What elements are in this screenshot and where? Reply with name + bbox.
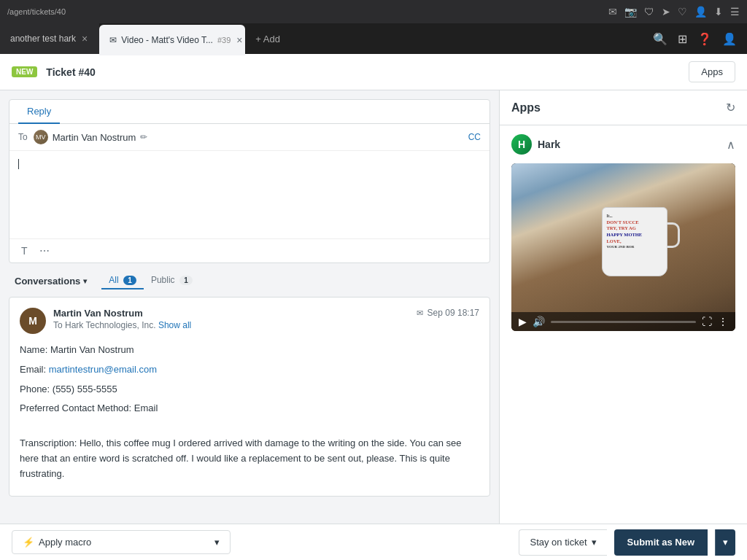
recipient-avatar: MV [34,130,48,144]
apps-panel-title: Apps [511,101,541,114]
refresh-apps-button[interactable]: ↻ [726,101,735,114]
thread-body: Name: Martin Van Nostrum Email: martinte… [20,343,479,481]
bottom-bar: ⚡ Apply macro ▾ Stay on ticket ▾ Submit … [0,524,747,560]
avatar-image: MV [34,130,48,144]
conversations-header: Conversations ▾ All 1 Public 1 [9,272,490,289]
text-cursor [18,159,19,169]
recipient: MV Martin Van Nostrum ✏ [34,130,468,144]
thread-timestamp-row: ✉ Sep 09 18:17 [417,308,479,318]
email-tab-icon: ✉ [109,35,117,45]
tab-right-icons: 🔍 ⊞ ❓ 👤 [643,32,747,46]
recipient-name: Martin Van Nostrum [53,132,136,143]
submit-as-new-button[interactable]: Submit as New [614,529,708,556]
close-tab-1-button[interactable]: × [80,33,89,44]
to-row: To MV Martin Van Nostrum ✏ CC [9,124,489,151]
cc-button[interactable]: CC [468,132,481,142]
conversations-section: Conversations ▾ All 1 Public 1 M [0,263,499,524]
tab-another-test-hark[interactable]: another test hark × [0,23,99,54]
reply-tabs: Reply [9,100,489,124]
tab-video-matt[interactable]: ✉ Video - Matt's Video T... #39 × [99,25,245,55]
macro-chevron-icon: ▾ [214,537,220,548]
mail-browser-icon[interactable]: ✉ [608,6,617,18]
stay-on-ticket-label: Stay on ticket [530,537,587,548]
browser-url: /agent/tickets/40 [7,7,603,16]
filter-tab-public[interactable]: Public 1 [144,272,200,289]
new-badge: NEW [12,66,37,77]
shield-browser-icon[interactable]: 🛡 [644,6,654,18]
volume-button[interactable]: 🔊 [533,316,545,327]
apply-macro-button[interactable]: ⚡ Apply macro ▾ [12,530,231,554]
video-progress-bar[interactable] [551,321,696,323]
user-browser-icon[interactable]: 👤 [694,6,707,18]
submit-dropdown-button[interactable]: ▾ [715,529,735,556]
compose-toolbar: T ⋯ [9,238,489,262]
mug-body: It... DON'T SUCCE TRY, TRY AG HAPPY MOTH… [602,207,667,276]
body-line-4: Preferred Contact Method: Email [20,401,479,416]
body-line-2: Email: martintestrun@email.com [20,362,479,378]
stay-on-ticket-button[interactable]: Stay on ticket ▾ [519,529,606,556]
fullscreen-button[interactable]: ⛶ [702,316,712,327]
sender-name: Martin Van Nostrum [53,308,409,319]
thread-to: To Hark Technologies, Inc. Show all [53,320,409,330]
mug-handle [667,222,680,248]
send-browser-icon[interactable]: ➤ [662,6,670,18]
add-tab-label: + Add [255,34,280,44]
reply-tab[interactable]: Reply [18,100,60,124]
mug-text: It... DON'T SUCCE TRY, TRY AG HAPPY MOTH… [607,214,662,249]
hark-logo-icon: H [511,134,532,155]
email-link[interactable]: martintestrun@email.com [49,364,157,375]
conversation-thread: M Martin Van Nostrum To Hark Technologie… [9,297,490,497]
more-video-options-button[interactable]: ⋮ [718,316,728,327]
all-count-badge: 1 [123,276,136,285]
right-panel: Apps ↻ H Hark ∧ It... [499,90,747,524]
body-line-3: Phone: (555) 555-5555 [20,382,479,397]
grid-icon[interactable]: ⊞ [678,32,687,46]
hark-header: H Hark ∧ [511,134,735,155]
collapse-hark-button[interactable]: ∧ [727,138,735,152]
conversations-chevron-icon: ▾ [83,277,87,285]
filter-tabs: All 1 Public 1 [101,272,200,289]
conversations-label: Conversations [15,276,80,287]
ticket-title: Ticket #40 [46,66,95,78]
help-icon[interactable]: ❓ [697,32,712,46]
browser-bar: /agent/tickets/40 ✉ 📷 🛡 ➤ ♡ 👤 ⬇ ☰ [0,0,747,23]
stay-chevron-icon: ▾ [592,537,597,548]
public-count-badge: 1 [179,276,193,285]
apply-macro-label: Apply macro [39,537,91,548]
add-tab-button[interactable]: + Add [245,23,290,54]
to-label: To [18,132,28,142]
compose-area[interactable] [9,151,489,238]
thread-timestamp: Sep 09 18:17 [427,308,479,318]
play-button[interactable]: ▶ [519,316,527,327]
tab-video-subtitle: #39 [217,36,231,44]
camera-browser-icon[interactable]: 📷 [624,6,637,18]
thread-meta: Martin Van Nostrum To Hark Technologies,… [53,308,409,330]
download-browser-icon[interactable]: ⬇ [714,6,723,18]
text-format-button[interactable]: T [18,244,31,258]
hark-section: H Hark ∧ It... DON'T SUCCE TRY, TRY A [500,125,747,340]
video-player[interactable]: It... DON'T SUCCE TRY, TRY AG HAPPY MOTH… [511,163,735,331]
video-scene: It... DON'T SUCCE TRY, TRY AG HAPPY MOTH… [511,163,735,331]
reply-area: Reply To MV Martin Van Nostrum ✏ CC T ⋯ [9,99,490,263]
more-options-button[interactable]: ⋯ [36,244,53,258]
search-icon[interactable]: 🔍 [653,32,667,46]
tab-label: another test hark [10,34,76,44]
lightning-icon: ⚡ [23,537,34,548]
apps-button[interactable]: Apps [689,61,735,82]
browser-icons: ✉ 📷 🛡 ➤ ♡ 👤 ⬇ ☰ [608,6,740,18]
body-line-1: Name: Martin Van Nostrum [20,343,479,358]
close-tab-2-button[interactable]: × [235,34,244,46]
tab-video-label: Video - Matt's Video T... [121,35,213,45]
conversations-title-button[interactable]: Conversations ▾ [9,273,93,289]
public-filter-label: Public [151,275,175,285]
filter-tab-all[interactable]: All 1 [101,272,144,289]
all-filter-label: All [109,275,118,285]
edit-recipient-icon[interactable]: ✏ [140,132,147,142]
mug-graphic: It... DON'T SUCCE TRY, TRY AG HAPPY MOTH… [602,207,675,287]
heart-browser-icon[interactable]: ♡ [678,6,687,18]
profile-icon[interactable]: 👤 [722,32,737,46]
macro-button-left: ⚡ Apply macro [23,537,91,548]
menu-browser-icon[interactable]: ☰ [730,6,740,18]
video-controls: ▶ 🔊 ⛶ ⋮ [511,312,735,331]
show-all-link[interactable]: Show all [158,320,191,330]
